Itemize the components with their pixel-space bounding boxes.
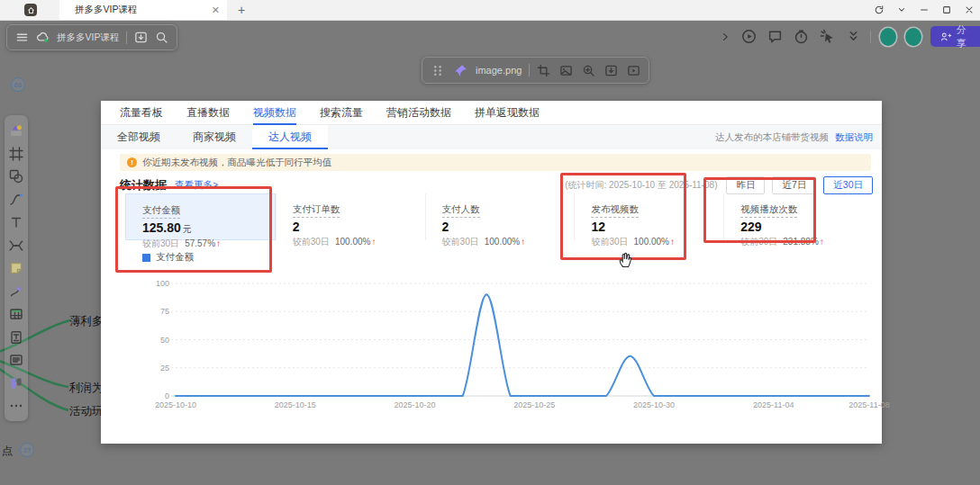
tool-connector-icon[interactable] [8, 192, 24, 208]
header-toolbar-right: 分享 ✕ [720, 24, 980, 49]
warning-banner: ! 你近期未发布视频，商品曝光低于同行平均值 [120, 154, 871, 171]
laser-pointer-icon[interactable] [820, 29, 835, 44]
card-value: 2 [442, 220, 575, 234]
range-button-近30日[interactable]: 近30日 [823, 176, 873, 194]
payment-trend-chart: 02550751002025-10-102025-10-152025-10-20… [101, 274, 882, 418]
trend-up-arrow: ↑ [371, 237, 376, 247]
trend-up-arrow: ↑ [521, 237, 525, 247]
dashboard-tab-bar: 流量看板直播数据视频数据搜索流量营销活动数据拼单返现数据 [101, 101, 882, 125]
tool-mindmap-icon[interactable] [8, 238, 24, 254]
compare-label: 较前30日 [293, 237, 330, 247]
x-axis-tick: 2025-10-15 [268, 400, 322, 409]
download-icon[interactable] [134, 31, 148, 44]
tool-text-icon[interactable] [8, 214, 24, 230]
mindmap-node-label: 活动玩 [69, 404, 104, 419]
crop-icon[interactable] [537, 64, 550, 77]
panel-play-icon[interactable] [627, 64, 640, 77]
stat-card-支付人数[interactable]: 支付人数2较前30日100.00%↑ [425, 193, 575, 240]
window-titlebar: 拼多多VIP课程 ✕ + [0, 0, 980, 21]
download-icon[interactable] [604, 64, 618, 77]
subtab-达人视频[interactable]: 达人视频 [252, 125, 328, 149]
trend-up-arrow: ↑ [820, 237, 824, 247]
timer-icon[interactable] [794, 29, 809, 44]
annotation-rect-videos [560, 173, 686, 260]
close-icon[interactable] [964, 4, 975, 15]
subtab-全部视频[interactable]: 全部视频 [101, 125, 177, 149]
x-axis-tick: 2025-10-10 [149, 400, 203, 409]
dropdown-icon[interactable] [896, 4, 907, 15]
y-axis-tick: 50 [137, 336, 169, 345]
share-button-label: 分享 [957, 23, 975, 50]
tab-营销活动数据[interactable]: 营销活动数据 [386, 101, 451, 124]
tool-frame-icon[interactable] [8, 146, 24, 162]
card-value: 2 [293, 220, 425, 234]
menu-icon[interactable] [15, 31, 29, 44]
collaborator-avatar-1[interactable] [880, 28, 896, 46]
tab-流量看板[interactable]: 流量看板 [120, 101, 163, 124]
tool-template-icon[interactable] [8, 122, 24, 139]
presence-badge-top[interactable]: 68 [11, 77, 25, 92]
card-compare: 较前30日100.00%↑ [442, 236, 575, 248]
y-axis-tick: 25 [137, 364, 169, 373]
tab-直播数据[interactable]: 直播数据 [186, 101, 230, 124]
drag-handle-icon[interactable] [431, 63, 446, 78]
maximize-icon[interactable] [941, 4, 952, 15]
person-plus-icon [940, 31, 952, 43]
x-axis-tick: 2025-10-20 [388, 400, 442, 409]
header-toolbar-left: 拼多多VIP课程 [6, 24, 177, 50]
tab-搜索流量[interactable]: 搜索流量 [320, 101, 363, 124]
annotation-rect-plays [703, 177, 816, 243]
new-tab-button[interactable]: + [233, 2, 250, 18]
compare-pct: 100.00% [485, 237, 520, 247]
stat-card-支付订单数[interactable]: 支付订单数2较前30日100.00%↑ [276, 193, 425, 240]
image-toolbar: image.png [422, 57, 649, 84]
tool-shape-icon[interactable] [8, 168, 24, 184]
tool-sticky-note-icon[interactable] [8, 260, 24, 276]
tool-document-icon[interactable] [8, 329, 24, 346]
mindmap-node-label: 利润为 [69, 381, 104, 396]
pin-icon[interactable] [453, 63, 468, 78]
card-compare: 较前30日100.00%↑ [293, 236, 425, 248]
divider [870, 31, 871, 43]
annotation-rect-payment [115, 186, 272, 273]
compare-pct: 100.00% [335, 237, 370, 247]
comment-icon[interactable] [767, 29, 783, 44]
tool-kanban-icon[interactable] [8, 375, 24, 391]
presence-badge-bottom[interactable]: 27 [20, 443, 34, 457]
tool-list-icon[interactable] [8, 352, 24, 368]
image-export-icon[interactable] [559, 64, 573, 77]
y-axis-tick: 75 [137, 307, 169, 316]
refresh-icon[interactable] [874, 4, 885, 15]
mindmap-node-label: 薄利多 [69, 314, 104, 329]
hand-cursor [618, 251, 633, 268]
y-axis-tick: 100 [137, 279, 169, 288]
tab-title: 拼多多VIP课程 [75, 4, 137, 16]
tool-table-icon[interactable] [8, 306, 24, 322]
image-toolbar-actions [537, 64, 640, 77]
collapse-icon[interactable] [846, 29, 861, 44]
tool-more-icon[interactable] [8, 398, 24, 414]
document-title: 拼多多VIP课程 [57, 31, 119, 44]
canvas-text-fragment: 点 [2, 444, 13, 459]
whiteboard-canvas: 拼多多VIP课程 ✕ + 拼多多VIP课程 分享 ✕ image.png [0, 0, 980, 485]
x-axis-tick: 2025-10-30 [627, 400, 681, 409]
minimize-icon[interactable] [919, 4, 930, 15]
card-label: 支付订单数 [293, 203, 340, 218]
note-text: 达人发布的本店铺带货视频 [715, 131, 829, 142]
collaborator-avatar-2[interactable] [905, 28, 921, 46]
toolbar-icon-group [720, 29, 861, 44]
note-link[interactable]: 数据说明 [835, 131, 873, 142]
tool-pen-icon[interactable] [8, 283, 24, 300]
tab-close-icon[interactable]: ✕ [212, 4, 220, 16]
zoom-image-icon[interactable] [582, 64, 595, 77]
tab-视频数据[interactable]: 视频数据 [253, 101, 296, 124]
tab-拼单返现数据[interactable]: 拼单返现数据 [475, 101, 540, 124]
x-axis-tick: 2025-10-25 [507, 400, 561, 409]
share-button[interactable]: 分享 [930, 26, 980, 47]
play-circle-icon[interactable] [741, 29, 757, 44]
chevron-right-icon[interactable] [720, 31, 730, 42]
subtab-商家视频[interactable]: 商家视频 [177, 125, 252, 149]
browser-tab[interactable]: 拼多多VIP课程 ✕ [59, 0, 227, 20]
divider [126, 31, 127, 44]
search-icon[interactable] [155, 31, 168, 44]
